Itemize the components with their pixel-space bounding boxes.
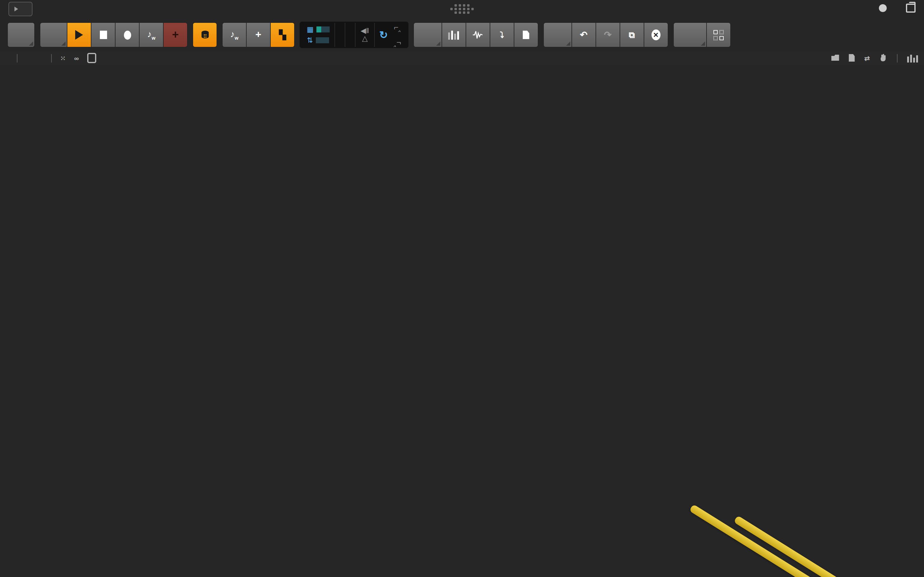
import-icon-button[interactable]: ⤵ [489, 22, 514, 47]
track-button[interactable] [673, 22, 706, 47]
bottom-right-icons: ⇄ [831, 53, 918, 63]
drum-cylinder-icon [199, 29, 210, 40]
bitwig-logo [450, 4, 474, 14]
duplicate-button[interactable]: ⧉ [620, 22, 644, 47]
add-group: ⤵ [413, 22, 538, 47]
track-group [673, 22, 731, 47]
delete-button[interactable]: ✕ [644, 22, 668, 47]
project-play-icon [15, 6, 18, 11]
undo-button[interactable]: ↶ [572, 22, 596, 47]
transport-bar: ♪w + ♪w + ▚ ▦ ⇅ ◀‖ △ [0, 18, 924, 52]
transport-display: ▦ ⇅ ◀‖ △ ↻ ⌐‸‸¬ [300, 22, 409, 48]
hand-tool-icon[interactable] [879, 53, 887, 63]
tempo-display[interactable] [335, 23, 346, 47]
cpu-meter [317, 26, 330, 32]
clip-overdub-button[interactable]: + [246, 22, 270, 47]
stop-button[interactable] [91, 22, 115, 47]
automation-write-button[interactable]: ♪w [139, 22, 163, 47]
play-group: ♪w + [40, 22, 188, 47]
edit-button[interactable] [543, 22, 572, 47]
redo-button[interactable]: ↷ [596, 22, 620, 47]
loop-display: ↻ ⌐‸‸¬ [375, 23, 406, 47]
clip-automation-write-button[interactable]: ♪w [222, 22, 246, 47]
track-group-icon-button[interactable] [706, 22, 731, 47]
fullscreen-icon[interactable] [87, 53, 96, 64]
window-circle-button[interactable] [879, 4, 887, 12]
record-button[interactable] [115, 22, 139, 47]
app-root: ♪w + ♪w + ▚ ▦ ⇅ ◀‖ △ [0, 0, 924, 577]
add-button[interactable] [413, 22, 441, 47]
launcher-group: ♪w + ▚ [222, 22, 295, 47]
automation-follow-icons[interactable]: ⌐‸‸¬ [394, 23, 401, 47]
bottom-bar: ⁙ ∞ ⇄ [0, 52, 924, 65]
window-buttons [879, 3, 916, 13]
punch-in-icon[interactable]: ◀‖ [361, 27, 369, 35]
title-bar [0, 0, 924, 18]
waveform-icon [473, 31, 483, 39]
dual-panel-icon[interactable]: ⁙ [60, 55, 66, 62]
window-restore-button[interactable] [906, 3, 916, 13]
position-display[interactable] [346, 23, 356, 47]
piano-icon[interactable] [907, 55, 918, 62]
cpu-icon: ▦ [307, 25, 314, 34]
play-menu-button[interactable] [40, 22, 67, 47]
fill-mode-button[interactable]: ▚ [270, 22, 295, 47]
metronome-icon[interactable]: △ [361, 35, 369, 43]
io-icon: ⇅ [307, 36, 313, 45]
mapping-icon[interactable]: ⇄ [864, 55, 870, 62]
bitwig-window: ♪w + ♪w + ▚ ▦ ⇅ ◀‖ △ [0, 0, 924, 577]
project-tab[interactable] [8, 2, 32, 16]
cpu-display: ▦ ⇅ [302, 23, 335, 47]
add-instrument-icon-button[interactable] [441, 22, 465, 47]
play-button[interactable] [67, 22, 91, 47]
file-icon[interactable] [849, 54, 855, 63]
browser-icon[interactable] [831, 55, 839, 62]
file-page-icon-button[interactable] [514, 22, 538, 47]
add-audio-icon-button[interactable] [465, 22, 489, 47]
link-icon[interactable]: ∞ [74, 55, 79, 62]
overdub-button[interactable]: + [163, 22, 188, 47]
io-meter [316, 37, 329, 43]
edit-group: ↶ ↷ ⧉ ✕ [543, 22, 668, 47]
launcher-record-button[interactable] [192, 22, 217, 47]
loop-icon[interactable]: ↻ [379, 29, 388, 41]
punch-display: ◀‖ △ [356, 23, 375, 47]
file-button[interactable] [7, 22, 35, 47]
